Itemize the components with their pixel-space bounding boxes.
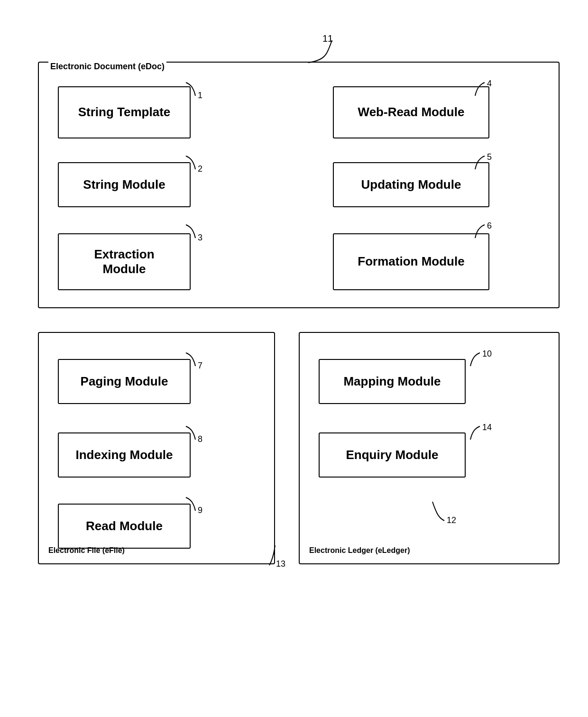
squiggle-6: 6 <box>470 224 508 243</box>
extraction-module-box: Extraction Module <box>58 233 191 290</box>
svg-text:5: 5 <box>487 152 492 162</box>
squiggle-10: 10 <box>466 352 504 371</box>
read-module-box: Read Module <box>58 504 191 549</box>
svg-text:1: 1 <box>198 91 202 100</box>
squiggle-14: 14 <box>466 425 504 444</box>
webread-module-label: Web-Read Module <box>358 105 465 120</box>
edoc-box: Electronic Document (eDoc) String Templa… <box>38 62 560 308</box>
squiggle-1: 1 <box>172 82 210 101</box>
svg-text:12: 12 <box>447 515 456 525</box>
svg-text:9: 9 <box>198 506 202 515</box>
svg-text:2: 2 <box>198 164 202 174</box>
svg-text:10: 10 <box>482 349 492 358</box>
eledger-label: Electronic Ledger (eLedger) <box>309 546 410 555</box>
svg-text:6: 6 <box>487 221 492 230</box>
formation-module-label: Formation Module <box>358 254 464 269</box>
squiggle-12: 12 <box>418 497 466 525</box>
squiggle-9: 9 <box>172 496 210 515</box>
squiggle-4: 4 <box>470 82 508 101</box>
paging-module-box: Paging Module <box>58 359 191 404</box>
extraction-module-label: Extraction Module <box>94 247 154 276</box>
string-module-box: String Module <box>58 162 191 207</box>
string-template-label: String Template <box>78 105 171 120</box>
paging-module-label: Paging Module <box>81 374 168 389</box>
svg-text:13: 13 <box>276 559 285 569</box>
string-template-box: String Template <box>58 86 191 138</box>
edoc-label: Electronic Document (eDoc) <box>48 62 166 72</box>
enquiry-module-box: Enquiry Module <box>319 432 466 478</box>
svg-text:3: 3 <box>198 233 202 242</box>
squiggle-13: 13 <box>256 541 303 569</box>
squiggle-5: 5 <box>470 155 508 174</box>
squiggle-7: 7 <box>172 352 210 371</box>
updating-module-label: Updating Module <box>361 177 461 192</box>
squiggle-8: 8 <box>172 425 210 444</box>
svg-text:8: 8 <box>198 434 202 444</box>
indexing-module-box: Indexing Module <box>58 432 191 478</box>
squiggle-3: 3 <box>172 224 210 243</box>
diagram-container: 11 Electronic Document (eDoc) String Tem… <box>28 24 560 698</box>
mapping-module-label: Mapping Module <box>343 374 441 389</box>
squiggle-2: 2 <box>172 155 210 174</box>
indexing-module-label: Indexing Module <box>75 448 173 462</box>
mapping-module-box: Mapping Module <box>319 359 466 404</box>
efile-box: Electronic File (eFile) Paging Module 7 … <box>38 332 275 564</box>
read-module-label: Read Module <box>86 519 163 533</box>
enquiry-module-label: Enquiry Module <box>346 448 439 462</box>
updating-module-box: Updating Module <box>333 162 489 207</box>
eledger-box: Electronic Ledger (eLedger) Mapping Modu… <box>299 332 560 564</box>
webread-module-box: Web-Read Module <box>333 86 489 138</box>
string-module-label: String Module <box>83 177 165 192</box>
svg-text:4: 4 <box>487 79 492 88</box>
svg-text:7: 7 <box>198 361 202 370</box>
svg-text:14: 14 <box>482 423 492 432</box>
formation-module-box: Formation Module <box>333 233 489 290</box>
